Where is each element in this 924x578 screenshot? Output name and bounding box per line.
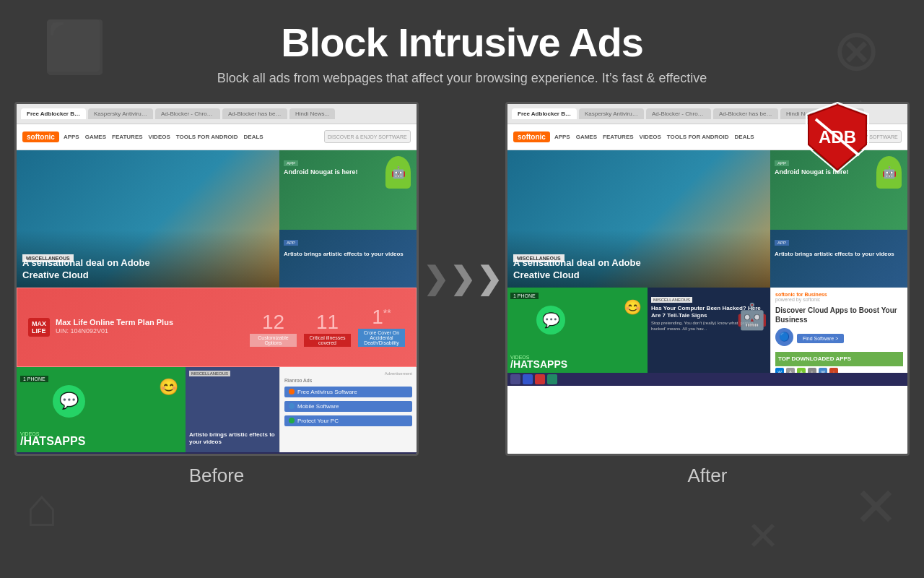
softonic-logo-after: softonic xyxy=(513,131,550,142)
nougat-card-before: APP Android Nougat is here! 🤖 xyxy=(279,150,417,230)
tab-2: Kaspersky Antivirus... xyxy=(88,108,153,119)
after-wp-card: 1 PHONE VIDEOS /HATSAPPS 💬 😊 xyxy=(507,288,648,373)
whatsapp-card-before: 1 PHONE VIDEOS /HATSAPPS 💬 😊 xyxy=(17,367,186,452)
main-content: Block Intrusive Ads Block all ads from w… xyxy=(0,0,924,487)
taskbar-before xyxy=(17,452,417,456)
artisto-card-before: APP Artisto brings artistic effects to y… xyxy=(279,230,417,288)
artisto-title-before: Artisto brings artistic effects to your … xyxy=(284,251,412,258)
ad-banner-before: MAXLIFE Max Life Online Term Plan Plus U… xyxy=(17,288,417,367)
tab-1: Free Adblocker Brows... xyxy=(21,108,86,119)
misc-card-before: MISCELLANEOUS Artisto brings artistic ef… xyxy=(186,367,279,452)
softonic-nav-before: softonic APPS GAMES FEATURES VIDEOS TOOL… xyxy=(17,124,417,150)
sponsored-title: Discover Cloud Apps to Boost Your Busine… xyxy=(775,306,903,324)
after-hacked-card: MISCELLANEOUS Has Your Computer Been Hac… xyxy=(648,288,770,373)
softonic-logo-before: softonic xyxy=(22,131,59,142)
artisto-card-after: APP Artisto brings artistic effects to y… xyxy=(770,230,907,288)
tab-after-1: Free Adblocker Brows... xyxy=(512,108,577,119)
before-screenshot: Free Adblocker Brows... Kaspersky Antivi… xyxy=(14,102,419,456)
ad-right-before: Advertisement Rianroo Ads Free Antivirus… xyxy=(279,367,417,452)
tab-after-3: Ad-Blocker - Chrome xyxy=(646,108,711,119)
tab-5: Hindi News... xyxy=(289,108,335,119)
page-subtitle: Block all ads from webpages that affect … xyxy=(217,71,707,86)
nav-links-after: APPS GAMES FEATURES VIDEOS TOOLS FOR AND… xyxy=(554,134,754,140)
taskbar-after xyxy=(507,373,907,386)
after-label: After xyxy=(505,465,910,487)
page-title: Block Intrusive Ads xyxy=(281,20,643,65)
side-cards-before: APP Android Nougat is here! 🤖 APP Artist… xyxy=(279,150,417,288)
browser-chrome-before: Free Adblocker Brows... Kaspersky Antivi… xyxy=(17,104,417,124)
hero-before: MISCELLANEOUS A sensational deal on Adob… xyxy=(17,150,417,288)
hero-title-after: A sensational deal on Adobe Creative Clo… xyxy=(513,257,672,282)
hero-title-before: A sensational deal on Adobe Creative Clo… xyxy=(22,257,181,282)
after-middle-content: 1 PHONE VIDEOS /HATSAPPS 💬 😊 MISCELLANEO… xyxy=(507,288,907,373)
adb-logo: ADB xyxy=(801,101,873,173)
comparison-arrows: ❯ ❯ ❯ xyxy=(419,261,505,296)
sponsored-btn: Find Software > xyxy=(797,334,844,343)
ad-numbers: 12 Customizable Options 11 Critical illn… xyxy=(250,307,405,347)
tab-4: Ad-Blocker has been... xyxy=(222,108,287,119)
artisto-title-after: Artisto brings artistic effects to your … xyxy=(775,251,903,258)
nav-links-before: APPS GAMES FEATURES VIDEOS TOOLS FOR AND… xyxy=(64,134,263,140)
comparison-labels: Before After xyxy=(14,465,910,487)
after-sponsored-card: softonic for Business powered by softoni… xyxy=(770,288,907,373)
tab-after-4: Ad-Blocker has been... xyxy=(713,108,778,119)
screenshots-comparison: Free Adblocker Brows... Kaspersky Antivi… xyxy=(14,102,910,456)
tab-3: Ad-Blocker - Chrome xyxy=(155,108,220,119)
before-label: Before xyxy=(14,465,419,487)
tab-after-2: Kaspersky Antivirus... xyxy=(579,108,644,119)
top-apps-bar: TOP DOWNLOADED APPS xyxy=(775,352,903,366)
bottom-content-before: 1 PHONE VIDEOS /HATSAPPS 💬 😊 MISCELLANEO… xyxy=(17,367,417,452)
search-bar-before: DISCOVER & ENJOY SOFTWARE xyxy=(324,130,411,143)
